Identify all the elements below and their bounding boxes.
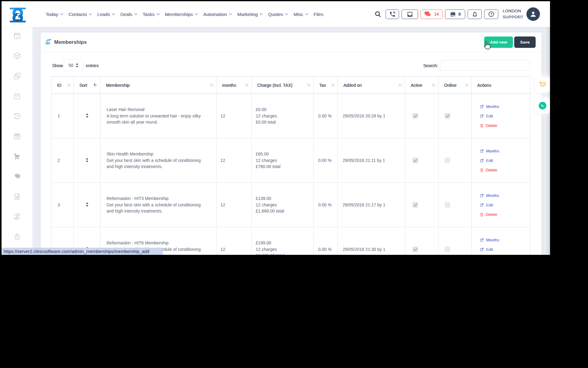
cell-id: 3: [51, 183, 74, 227]
sidebar-item-tags[interactable]: [2, 172, 32, 180]
cell-added-on: 29/05/2018 21:30 by 1: [338, 227, 405, 255]
column-header-id[interactable]: ID: [51, 77, 74, 94]
months-link[interactable]: Months: [480, 192, 530, 199]
delete-link[interactable]: Delete: [480, 167, 530, 173]
nav-item-label: Memberships: [165, 12, 193, 17]
checkbox-unchecked[interactable]: [445, 247, 450, 252]
sidebar-item-lock[interactable]: [2, 232, 32, 240]
column-header-charge-incl-tax-[interactable]: Charge (Incl. TAX): [252, 77, 314, 94]
sidebar-item-user-sync[interactable]: [2, 213, 32, 220]
sidebar-item-cart[interactable]: [2, 152, 32, 160]
sidebar-item-gift[interactable]: [2, 132, 32, 140]
nav-item-label: Leads: [97, 12, 110, 17]
membership-desc: Get your best skin with a schedule of co…: [107, 202, 202, 214]
checkbox-checked[interactable]: [413, 202, 418, 208]
cell-sort[interactable]: [74, 183, 100, 227]
status-url-tooltip: https://server2.clinicsoftware.com/admin…: [2, 248, 163, 255]
account-name: LONDON SUPPORT: [503, 8, 523, 20]
store-button[interactable]: 8: [445, 10, 465, 19]
chevron-down-icon: [89, 13, 92, 15]
cell-active: [405, 94, 439, 138]
checkbox-unchecked[interactable]: [445, 158, 450, 163]
avatar[interactable]: [526, 7, 540, 21]
sidebar-item-cube[interactable]: [2, 52, 32, 60]
delete-link[interactable]: Delete: [480, 122, 530, 129]
edit-square-icon: [480, 149, 484, 153]
sort-icon: [245, 83, 249, 88]
column-header-sort[interactable]: Sort: [74, 77, 100, 94]
bell-button[interactable]: [468, 10, 482, 19]
edit-link[interactable]: Edit: [480, 113, 530, 119]
nav-item-contacts[interactable]: Contacts: [69, 12, 92, 17]
nav-item-deals[interactable]: Deals: [120, 12, 138, 17]
months-link[interactable]: Months: [480, 148, 530, 154]
nav-item-tasks[interactable]: Tasks: [143, 12, 160, 17]
column-header-added-on[interactable]: Added on: [338, 77, 405, 94]
cell-sort[interactable]: [74, 138, 100, 183]
search-icon[interactable]: [374, 10, 382, 18]
clinicsoftware-logo[interactable]: [9, 5, 26, 25]
months-link[interactable]: Months: [480, 103, 530, 110]
column-header-tax[interactable]: Tax: [314, 77, 338, 94]
checkbox-checked[interactable]: [445, 113, 450, 119]
trash-icon: [480, 213, 484, 217]
page-scrollbar[interactable]: [545, 27, 550, 255]
help-button[interactable]: ?: [484, 10, 498, 19]
checkbox-checked[interactable]: [413, 247, 418, 252]
cell-membership: Skin Health MembershipGet your best skin…: [100, 138, 217, 183]
nav-item-misc[interactable]: Misc: [293, 12, 308, 17]
sidebar-item-calendar-12[interactable]: 12: [2, 32, 32, 40]
table-search-input[interactable]: [440, 60, 530, 71]
edit-square-icon: [480, 159, 484, 163]
chat-button[interactable]: 14: [420, 10, 443, 19]
entries-select[interactable]: 50: [64, 59, 83, 71]
nav-item-today[interactable]: Today: [46, 12, 63, 17]
edit-link[interactable]: Edit: [480, 201, 530, 208]
chevron-down-icon: [195, 13, 198, 15]
phone-float-button[interactable]: [535, 98, 550, 113]
cell-sort[interactable]: [74, 94, 100, 138]
icon-button-group: 148?: [386, 10, 501, 19]
save-button[interactable]: Save: [514, 36, 536, 48]
membership-row: 1Laser Hair RemovalA long term solution …: [51, 94, 530, 138]
nav-item-leads[interactable]: Leads: [97, 12, 115, 17]
edit-square-icon: [480, 247, 484, 251]
column-header-months[interactable]: months: [217, 77, 252, 94]
sidebar-item-copy[interactable]: [2, 72, 32, 80]
nav-item-automation[interactable]: Automation: [203, 12, 232, 17]
delete-link[interactable]: Delete: [480, 211, 530, 218]
cart-float-button[interactable]: [535, 77, 550, 93]
nav-item-files[interactable]: Files: [314, 12, 323, 17]
checkbox-checked[interactable]: [413, 113, 418, 119]
sidebar-item-chart-doc[interactable]: [2, 193, 32, 201]
column-header-membership[interactable]: Membership: [100, 77, 217, 94]
checkbox-checked[interactable]: [413, 158, 418, 163]
nav-item-label: Tasks: [143, 12, 155, 17]
chevron-down-icon: [285, 13, 288, 15]
column-label: Actions: [477, 83, 491, 88]
cell-added-on: 29/05/2018 20:28 by 1: [338, 94, 405, 138]
nav-item-memberships[interactable]: Memberships: [165, 12, 198, 17]
sidebar-item-bag[interactable]: [2, 92, 32, 100]
column-label: Sort: [79, 83, 87, 88]
sidebar-item-history[interactable]: [2, 112, 32, 120]
chart-icon: [45, 39, 51, 45]
add-new-button[interactable]: Add new: [484, 36, 513, 48]
edit-link[interactable]: Edit: [480, 157, 530, 164]
phone-button[interactable]: [386, 10, 399, 19]
inbox-button[interactable]: [401, 10, 418, 19]
column-header-online[interactable]: Online: [439, 77, 472, 94]
nav-item-quotes[interactable]: Quotes: [268, 12, 288, 17]
cell-online: [439, 183, 472, 227]
column-header-active[interactable]: Active: [405, 77, 439, 94]
cell-charge: £139.0012 charges£1,668.00 total: [252, 183, 314, 227]
edit-link[interactable]: Edit: [480, 246, 530, 253]
column-label: Online: [444, 83, 456, 88]
top-navbar: TodayContactsLeadsDealsTasksMembershipsA…: [2, 1, 550, 27]
nav-item-label: Automation: [203, 12, 227, 17]
nav-item-marketing[interactable]: Marketing: [237, 12, 263, 17]
months-link[interactable]: Months: [480, 236, 530, 243]
tags-icon: [13, 172, 21, 180]
checkbox-unchecked[interactable]: [445, 202, 450, 208]
chevron-down-icon: [112, 13, 115, 15]
